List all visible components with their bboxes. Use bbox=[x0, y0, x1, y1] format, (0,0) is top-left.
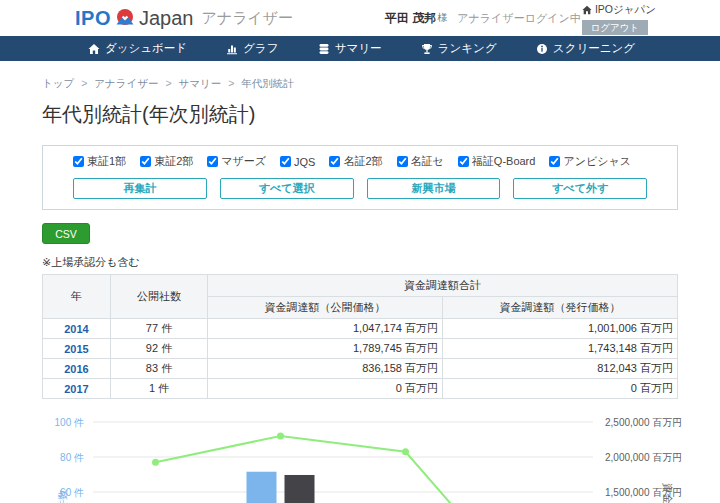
ipo-count: 77 件 bbox=[111, 319, 208, 339]
home-icon bbox=[582, 5, 592, 15]
ipo-japan-home-link[interactable]: IPOジャパン bbox=[582, 3, 656, 17]
nav-item-ranking[interactable]: ランキング bbox=[421, 41, 497, 56]
nav-item-screening[interactable]: スクリーニング bbox=[536, 41, 635, 56]
market-label: アンビシャス bbox=[563, 154, 631, 169]
col-header-count: 公開社数 bbox=[111, 275, 208, 319]
nav-item-summary[interactable]: サマリー bbox=[318, 41, 382, 56]
table-row: 2014 77 件 1,047,174 百万円 1,001,006 百万円 bbox=[43, 319, 678, 339]
app-header: IPO Japan アナライザー 平田 茂邦 様 アナライザーログイン中 IPO… bbox=[0, 0, 720, 36]
market-label: 東証2部 bbox=[154, 154, 193, 169]
breadcrumb-current: 年代別統計 bbox=[241, 77, 294, 89]
ipo-count: 1 件 bbox=[111, 379, 208, 399]
col-header-public-price: 資金調達額（公開価格） bbox=[208, 297, 443, 319]
market-checkbox-qboard[interactable]: 福証Q-Board bbox=[458, 154, 536, 169]
ipo-count: 92 件 bbox=[111, 339, 208, 359]
public-price-amount: 0 百万円 bbox=[208, 379, 443, 399]
public-price-amount: 1,789,745 百万円 bbox=[208, 339, 443, 359]
market-label: 東証1部 bbox=[87, 154, 126, 169]
emerging-markets-button[interactable]: 新興市場 bbox=[367, 178, 501, 199]
nav-label: グラフ bbox=[243, 41, 278, 56]
trophy-icon bbox=[421, 43, 433, 55]
col-header-year: 年 bbox=[43, 275, 111, 319]
nav-label: ダッシュボード bbox=[105, 41, 187, 56]
table-row: 2017 1 件 0 百万円 0 百万円 bbox=[43, 379, 678, 399]
page-title: 年代別統計(年次別統計) bbox=[42, 101, 678, 128]
svg-text:2,000,000 百万円: 2,000,000 百万円 bbox=[605, 452, 682, 463]
table-note: ※上場承認分も含む bbox=[42, 255, 678, 270]
nav-label: ランキング bbox=[438, 41, 497, 56]
breadcrumb-link-analyzer[interactable]: アナライザー bbox=[94, 77, 158, 89]
public-price-amount: 1,047,174 百万円 bbox=[208, 319, 443, 339]
market-label: マザーズ bbox=[221, 154, 266, 169]
market-checkbox-ambitious[interactable]: アンビシャス bbox=[549, 154, 631, 169]
market-label: 福証Q-Board bbox=[472, 154, 536, 169]
col-header-issue-price: 資金調達額（発行価格） bbox=[443, 297, 678, 319]
yearly-stats-table: 年 公開社数 資金調達額合計 資金調達額（公開価格） 資金調達額（発行価格） 2… bbox=[42, 274, 678, 399]
logo-text-analyzer: アナライザー bbox=[201, 9, 293, 28]
issue-price-amount: 1,001,006 百万円 bbox=[443, 319, 678, 339]
issue-price-amount: 812,043 百万円 bbox=[443, 359, 678, 379]
logout-button[interactable]: ログアウト bbox=[582, 20, 648, 35]
svg-text:2,500,000 百万円: 2,500,000 百万円 bbox=[605, 417, 682, 428]
table-row: 2015 92 件 1,789,745 百万円 1,743,148 百万円 bbox=[43, 339, 678, 359]
home-icon bbox=[88, 43, 100, 55]
logo-text-ipo: IPO bbox=[75, 7, 111, 30]
market-label: 名証2部 bbox=[343, 154, 382, 169]
svg-text:IPO件数: IPO件数 bbox=[56, 489, 68, 503]
user-info: 平田 茂邦 様 アナライザーログイン中 bbox=[385, 0, 581, 36]
market-checkbox-jqs[interactable]: JQS bbox=[280, 156, 315, 168]
nav-item-graph[interactable]: グラフ bbox=[226, 41, 278, 56]
table-row: 2016 83 件 836,158 百万円 812,043 百万円 bbox=[43, 359, 678, 379]
svg-text:資金調達額: 資金調達額 bbox=[662, 483, 674, 503]
breadcrumb-separator: > bbox=[165, 77, 171, 89]
csv-export-button[interactable]: CSV bbox=[42, 223, 90, 244]
home-link-label: IPOジャパン bbox=[595, 3, 656, 17]
svg-text:80 件: 80 件 bbox=[60, 452, 84, 463]
nav-label: スクリーニング bbox=[553, 41, 635, 56]
market-checkbox-nse-centrex[interactable]: 名証セ bbox=[397, 154, 444, 169]
market-label: 名証セ bbox=[411, 154, 444, 169]
issue-price-amount: 1,743,148 百万円 bbox=[443, 339, 678, 359]
year-link-2016[interactable]: 2016 bbox=[64, 363, 88, 375]
market-label: JQS bbox=[294, 156, 315, 168]
market-checkbox-nse2[interactable]: 名証2部 bbox=[329, 154, 382, 169]
year-link-2017[interactable]: 2017 bbox=[64, 383, 88, 395]
login-status: アナライザーログイン中 bbox=[457, 11, 580, 26]
app-logo[interactable]: IPO Japan アナライザー bbox=[75, 7, 293, 30]
breadcrumb: トップ > アナライザー > サマリー > 年代別統計 bbox=[42, 77, 678, 91]
nav-item-dashboard[interactable]: ダッシュボード bbox=[88, 41, 187, 56]
select-all-button[interactable]: すべて選択 bbox=[220, 178, 354, 199]
col-header-total: 資金調達額合計 bbox=[208, 275, 678, 297]
market-checkbox-tse1[interactable]: 東証1部 bbox=[73, 154, 126, 169]
logo-text-japan: Japan bbox=[139, 7, 194, 30]
fuji-logo-icon bbox=[115, 8, 135, 28]
bar-chart-icon bbox=[226, 43, 238, 55]
year-link-2015[interactable]: 2015 bbox=[64, 343, 88, 355]
recalculate-button[interactable]: 再集計 bbox=[73, 178, 207, 199]
info-icon bbox=[536, 43, 548, 55]
main-nav: ダッシュボード グラフ サマリー bbox=[0, 36, 720, 61]
market-checkbox-mothers[interactable]: マザーズ bbox=[207, 154, 266, 169]
yearly-combo-chart: 100 件2,500,000 百万円80 件2,000,000 百万円60 件1… bbox=[0, 399, 720, 503]
breadcrumb-separator: > bbox=[228, 77, 234, 89]
svg-text:100 件: 100 件 bbox=[55, 417, 84, 428]
issue-price-amount: 0 百万円 bbox=[443, 379, 678, 399]
ipo-count: 83 件 bbox=[111, 359, 208, 379]
breadcrumb-link-top[interactable]: トップ bbox=[42, 77, 74, 89]
user-name: 平田 茂邦 bbox=[385, 10, 436, 27]
nav-label: サマリー bbox=[335, 41, 382, 56]
market-checkbox-tse2[interactable]: 東証2部 bbox=[140, 154, 193, 169]
combo-chart-svg: 100 件2,500,000 百万円80 件2,000,000 百万円60 件1… bbox=[0, 399, 720, 503]
user-name-suffix: 様 bbox=[437, 11, 447, 25]
market-filter-panel: 東証1部 東証2部 マザーズ JQS 名証2部 名証セ 福証Q-Board アン… bbox=[42, 145, 678, 210]
breadcrumb-separator: > bbox=[81, 77, 87, 89]
database-icon bbox=[318, 43, 330, 55]
public-price-amount: 836,158 百万円 bbox=[208, 359, 443, 379]
deselect-all-button[interactable]: すべて外す bbox=[513, 178, 647, 199]
year-link-2014[interactable]: 2014 bbox=[64, 323, 88, 335]
breadcrumb-link-summary[interactable]: サマリー bbox=[178, 77, 221, 89]
